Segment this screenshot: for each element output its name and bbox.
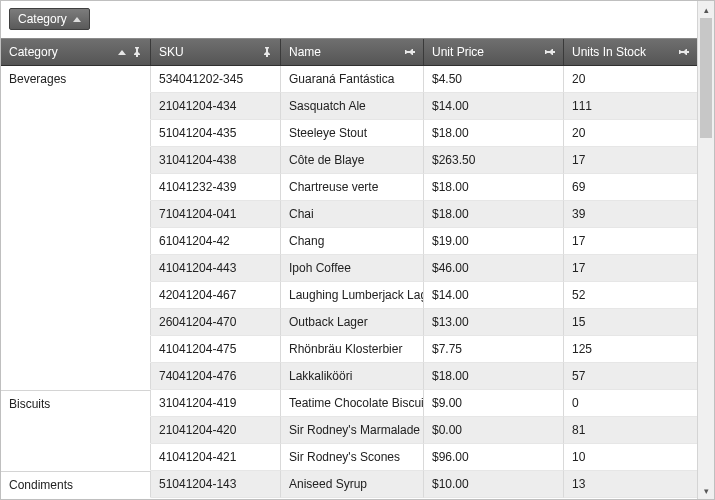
cell-category <box>1 120 151 147</box>
col-header-unit-price[interactable]: Unit Price <box>424 39 564 65</box>
cell-category: Condiments <box>1 471 151 498</box>
cell-category <box>1 147 151 174</box>
cell-stock: 20 <box>564 120 697 147</box>
cell-price: $14.00 <box>424 282 564 309</box>
cell-sku: 21041204-434 <box>151 93 281 120</box>
cell-stock: 17 <box>564 255 697 282</box>
table-body: Beverages534041202-345Guaraná Fantástica… <box>1 66 697 498</box>
triangle-up-icon <box>73 17 81 22</box>
cell-name: Outback Lager <box>281 309 424 336</box>
table-row[interactable]: 41041232-439Chartreuse verte$18.0069 <box>1 174 697 201</box>
scroll-up-arrow-icon[interactable]: ▴ <box>698 1 715 18</box>
table-row[interactable]: 71041204-041Chai$18.0039 <box>1 201 697 228</box>
table-row[interactable]: 74041204-476Lakkalikööri$18.0057 <box>1 363 697 390</box>
cell-stock: 17 <box>564 228 697 255</box>
cell-stock: 39 <box>564 201 697 228</box>
cell-category <box>1 444 151 471</box>
table-row[interactable]: 21041204-434Sasquatch Ale$14.00111 <box>1 93 697 120</box>
table-row[interactable]: 41041204-475Rhönbräu Klosterbier$7.75125 <box>1 336 697 363</box>
col-header-category[interactable]: Category <box>1 39 151 65</box>
cell-name: Steeleye Stout <box>281 120 424 147</box>
col-header-label: Category <box>9 45 118 59</box>
cell-name: Guaraná Fantástica <box>281 66 424 93</box>
cell-category: Beverages <box>1 66 151 93</box>
cell-price: $18.00 <box>424 201 564 228</box>
table-row[interactable]: 61041204-42Chang$19.0017 <box>1 228 697 255</box>
cell-stock: 15 <box>564 309 697 336</box>
cell-sku: 21041204-420 <box>151 417 281 444</box>
cell-price: $96.00 <box>424 444 564 471</box>
col-header-label: SKU <box>159 45 262 59</box>
cell-sku: 26041204-470 <box>151 309 281 336</box>
cell-price: $4.50 <box>424 66 564 93</box>
table-row[interactable]: 21041204-420Sir Rodney's Marmalade$0.008… <box>1 417 697 444</box>
cell-name: Aniseed Syrup <box>281 471 424 498</box>
cell-category <box>1 417 151 444</box>
vertical-scrollbar[interactable]: ▴ ▾ <box>697 1 714 499</box>
pin-icon[interactable] <box>679 47 689 57</box>
table-row[interactable]: 42041204-467Laughing Lumberjack Lager$14… <box>1 282 697 309</box>
cell-sku: 41041204-475 <box>151 336 281 363</box>
col-header-units-in-stock[interactable]: Units In Stock <box>564 39 697 65</box>
cell-price: $263.50 <box>424 147 564 174</box>
group-pill-category[interactable]: Category <box>9 8 90 30</box>
cell-sku: 31041204-419 <box>151 390 281 417</box>
scroll-down-arrow-icon[interactable]: ▾ <box>698 482 715 499</box>
cell-sku: 31041204-438 <box>151 147 281 174</box>
table-row[interactable]: 26041204-470Outback Lager$13.0015 <box>1 309 697 336</box>
table-row[interactable]: Beverages534041202-345Guaraná Fantástica… <box>1 66 697 93</box>
table-row[interactable]: 51041204-435Steeleye Stout$18.0020 <box>1 120 697 147</box>
cell-price: $9.00 <box>424 390 564 417</box>
scrollbar-thumb[interactable] <box>700 18 712 138</box>
cell-stock: 125 <box>564 336 697 363</box>
cell-category <box>1 336 151 363</box>
cell-stock: 13 <box>564 471 697 498</box>
cell-price: $13.00 <box>424 309 564 336</box>
cell-stock: 10 <box>564 444 697 471</box>
pin-icon[interactable] <box>132 47 142 57</box>
cell-price: $14.00 <box>424 93 564 120</box>
table-row[interactable]: Condiments51041204-143Aniseed Syrup$10.0… <box>1 471 697 498</box>
group-pill-label: Category <box>18 12 67 26</box>
cell-sku: 51041204-143 <box>151 471 281 498</box>
table-row[interactable]: 41041204-443Ipoh Coffee$46.0017 <box>1 255 697 282</box>
cell-stock: 52 <box>564 282 697 309</box>
cell-stock: 57 <box>564 363 697 390</box>
cell-price: $7.75 <box>424 336 564 363</box>
table-row[interactable]: 31041204-438Côte de Blaye$263.5017 <box>1 147 697 174</box>
cell-price: $10.00 <box>424 471 564 498</box>
col-header-label: Name <box>289 45 405 59</box>
cell-sku: 71041204-041 <box>151 201 281 228</box>
cell-sku: 51041204-435 <box>151 120 281 147</box>
col-header-label: Unit Price <box>432 45 545 59</box>
pin-icon[interactable] <box>405 47 415 57</box>
col-header-sku[interactable]: SKU <box>151 39 281 65</box>
cell-stock: 20 <box>564 66 697 93</box>
cell-stock: 111 <box>564 93 697 120</box>
col-header-label: Units In Stock <box>572 45 679 59</box>
cell-stock: 17 <box>564 147 697 174</box>
pin-icon[interactable] <box>262 47 272 57</box>
table-row[interactable]: 41041204-421Sir Rodney's Scones$96.0010 <box>1 444 697 471</box>
cell-category <box>1 282 151 309</box>
table-row[interactable]: Biscuits31041204-419Teatime Chocolate Bi… <box>1 390 697 417</box>
cell-category <box>1 363 151 390</box>
cell-name: Chai <box>281 201 424 228</box>
cell-category: Biscuits <box>1 390 151 417</box>
cell-name: Ipoh Coffee <box>281 255 424 282</box>
cell-category <box>1 255 151 282</box>
table-header-row: Category SKU Name Unit Price Units In St… <box>1 38 697 66</box>
cell-sku: 74041204-476 <box>151 363 281 390</box>
cell-stock: 69 <box>564 174 697 201</box>
cell-name: Teatime Chocolate Biscuits <box>281 390 424 417</box>
cell-category <box>1 93 151 120</box>
group-bar: Category <box>1 1 697 38</box>
cell-sku: 534041202-345 <box>151 66 281 93</box>
pin-icon[interactable] <box>545 47 555 57</box>
col-header-name[interactable]: Name <box>281 39 424 65</box>
cell-name: Sir Rodney's Marmalade <box>281 417 424 444</box>
cell-sku: 41041232-439 <box>151 174 281 201</box>
cell-name: Chartreuse verte <box>281 174 424 201</box>
cell-price: $18.00 <box>424 363 564 390</box>
cell-sku: 42041204-467 <box>151 282 281 309</box>
